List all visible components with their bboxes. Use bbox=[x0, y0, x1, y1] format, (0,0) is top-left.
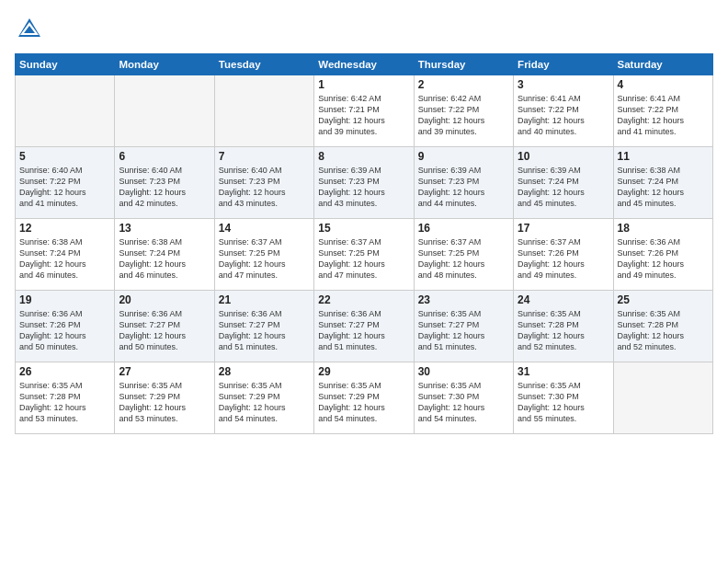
table-row: 6Sunrise: 6:40 AM Sunset: 7:23 PM Daylig… bbox=[115, 147, 214, 219]
day-number: 13 bbox=[119, 222, 210, 235]
table-row: 9Sunrise: 6:39 AM Sunset: 7:23 PM Daylig… bbox=[414, 147, 513, 219]
day-info: Sunrise: 6:41 AM Sunset: 7:22 PM Dayligh… bbox=[518, 93, 609, 138]
table-row: 10Sunrise: 6:39 AM Sunset: 7:24 PM Dayli… bbox=[514, 147, 613, 219]
logo-icon bbox=[15, 15, 44, 44]
calendar-week-row: 5Sunrise: 6:40 AM Sunset: 7:22 PM Daylig… bbox=[16, 147, 713, 219]
table-row: 7Sunrise: 6:40 AM Sunset: 7:23 PM Daylig… bbox=[214, 147, 313, 219]
day-info: Sunrise: 6:41 AM Sunset: 7:22 PM Dayligh… bbox=[618, 93, 709, 138]
table-row: 2Sunrise: 6:42 AM Sunset: 7:22 PM Daylig… bbox=[414, 75, 513, 147]
day-info: Sunrise: 6:36 AM Sunset: 7:27 PM Dayligh… bbox=[119, 308, 210, 353]
table-row: 17Sunrise: 6:37 AM Sunset: 7:26 PM Dayli… bbox=[514, 219, 613, 291]
day-number: 19 bbox=[19, 293, 110, 306]
table-row: 23Sunrise: 6:35 AM Sunset: 7:27 PM Dayli… bbox=[414, 291, 513, 362]
header bbox=[15, 15, 713, 44]
table-row bbox=[613, 362, 712, 434]
table-row: 12Sunrise: 6:38 AM Sunset: 7:24 PM Dayli… bbox=[16, 219, 115, 291]
day-info: Sunrise: 6:35 AM Sunset: 7:30 PM Dayligh… bbox=[418, 380, 509, 425]
table-row: 21Sunrise: 6:36 AM Sunset: 7:27 PM Dayli… bbox=[214, 291, 313, 362]
day-info: Sunrise: 6:35 AM Sunset: 7:29 PM Dayligh… bbox=[318, 380, 409, 425]
day-number: 30 bbox=[418, 365, 509, 378]
day-number: 17 bbox=[518, 222, 609, 235]
day-info: Sunrise: 6:35 AM Sunset: 7:28 PM Dayligh… bbox=[518, 308, 609, 353]
day-info: Sunrise: 6:36 AM Sunset: 7:26 PM Dayligh… bbox=[19, 308, 110, 353]
day-number: 21 bbox=[219, 293, 310, 306]
day-number: 2 bbox=[418, 78, 509, 91]
calendar-week-row: 12Sunrise: 6:38 AM Sunset: 7:24 PM Dayli… bbox=[16, 219, 713, 291]
day-number: 16 bbox=[418, 222, 509, 235]
day-info: Sunrise: 6:36 AM Sunset: 7:27 PM Dayligh… bbox=[318, 308, 409, 353]
calendar-table: Sunday Monday Tuesday Wednesday Thursday… bbox=[15, 53, 713, 434]
day-info: Sunrise: 6:36 AM Sunset: 7:27 PM Dayligh… bbox=[219, 308, 310, 353]
day-number: 9 bbox=[418, 150, 509, 163]
day-info: Sunrise: 6:36 AM Sunset: 7:26 PM Dayligh… bbox=[618, 236, 709, 282]
day-number: 24 bbox=[518, 293, 609, 306]
table-row: 3Sunrise: 6:41 AM Sunset: 7:22 PM Daylig… bbox=[514, 75, 613, 147]
day-number: 25 bbox=[618, 293, 709, 306]
day-info: Sunrise: 6:35 AM Sunset: 7:28 PM Dayligh… bbox=[618, 308, 709, 353]
table-row: 1Sunrise: 6:42 AM Sunset: 7:21 PM Daylig… bbox=[314, 75, 414, 147]
col-wednesday: Wednesday bbox=[314, 54, 414, 75]
table-row: 22Sunrise: 6:36 AM Sunset: 7:27 PM Dayli… bbox=[314, 291, 414, 362]
day-info: Sunrise: 6:42 AM Sunset: 7:21 PM Dayligh… bbox=[318, 93, 409, 138]
table-row: 13Sunrise: 6:38 AM Sunset: 7:24 PM Dayli… bbox=[115, 219, 214, 291]
table-row: 26Sunrise: 6:35 AM Sunset: 7:28 PM Dayli… bbox=[16, 362, 115, 434]
day-info: Sunrise: 6:35 AM Sunset: 7:27 PM Dayligh… bbox=[418, 308, 509, 353]
day-number: 11 bbox=[618, 150, 709, 163]
day-number: 5 bbox=[19, 150, 110, 163]
day-number: 1 bbox=[318, 78, 409, 91]
day-number: 31 bbox=[518, 365, 609, 378]
day-info: Sunrise: 6:39 AM Sunset: 7:24 PM Dayligh… bbox=[518, 165, 609, 210]
table-row bbox=[16, 75, 115, 147]
table-row: 28Sunrise: 6:35 AM Sunset: 7:29 PM Dayli… bbox=[214, 362, 313, 434]
page: Sunday Monday Tuesday Wednesday Thursday… bbox=[0, 0, 728, 563]
day-number: 23 bbox=[418, 293, 509, 306]
day-info: Sunrise: 6:35 AM Sunset: 7:29 PM Dayligh… bbox=[219, 380, 310, 425]
day-number: 18 bbox=[618, 222, 709, 235]
table-row: 18Sunrise: 6:36 AM Sunset: 7:26 PM Dayli… bbox=[613, 219, 712, 291]
table-row: 16Sunrise: 6:37 AM Sunset: 7:25 PM Dayli… bbox=[414, 219, 513, 291]
calendar-week-row: 19Sunrise: 6:36 AM Sunset: 7:26 PM Dayli… bbox=[16, 291, 713, 362]
day-info: Sunrise: 6:40 AM Sunset: 7:22 PM Dayligh… bbox=[19, 165, 110, 210]
calendar-week-row: 26Sunrise: 6:35 AM Sunset: 7:28 PM Dayli… bbox=[16, 362, 713, 434]
day-info: Sunrise: 6:35 AM Sunset: 7:30 PM Dayligh… bbox=[518, 380, 609, 425]
day-info: Sunrise: 6:39 AM Sunset: 7:23 PM Dayligh… bbox=[418, 165, 509, 210]
day-number: 28 bbox=[219, 365, 310, 378]
day-number: 6 bbox=[119, 150, 210, 163]
col-sunday: Sunday bbox=[16, 54, 115, 75]
col-friday: Friday bbox=[514, 54, 613, 75]
day-number: 7 bbox=[219, 150, 310, 163]
table-row: 11Sunrise: 6:38 AM Sunset: 7:24 PM Dayli… bbox=[613, 147, 712, 219]
col-thursday: Thursday bbox=[414, 54, 513, 75]
day-info: Sunrise: 6:39 AM Sunset: 7:23 PM Dayligh… bbox=[318, 165, 409, 210]
table-row: 5Sunrise: 6:40 AM Sunset: 7:22 PM Daylig… bbox=[16, 147, 115, 219]
day-number: 22 bbox=[318, 293, 409, 306]
day-info: Sunrise: 6:42 AM Sunset: 7:22 PM Dayligh… bbox=[418, 93, 509, 138]
day-number: 14 bbox=[219, 222, 310, 235]
table-row: 25Sunrise: 6:35 AM Sunset: 7:28 PM Dayli… bbox=[613, 291, 712, 362]
col-tuesday: Tuesday bbox=[214, 54, 313, 75]
day-number: 29 bbox=[318, 365, 409, 378]
table-row: 19Sunrise: 6:36 AM Sunset: 7:26 PM Dayli… bbox=[16, 291, 115, 362]
col-saturday: Saturday bbox=[613, 54, 712, 75]
table-row: 20Sunrise: 6:36 AM Sunset: 7:27 PM Dayli… bbox=[115, 291, 214, 362]
day-number: 10 bbox=[518, 150, 609, 163]
table-row: 29Sunrise: 6:35 AM Sunset: 7:29 PM Dayli… bbox=[314, 362, 414, 434]
day-info: Sunrise: 6:35 AM Sunset: 7:29 PM Dayligh… bbox=[119, 380, 210, 425]
table-row: 24Sunrise: 6:35 AM Sunset: 7:28 PM Dayli… bbox=[514, 291, 613, 362]
col-monday: Monday bbox=[115, 54, 214, 75]
table-row: 30Sunrise: 6:35 AM Sunset: 7:30 PM Dayli… bbox=[414, 362, 513, 434]
table-row bbox=[115, 75, 214, 147]
logo bbox=[15, 15, 50, 44]
day-info: Sunrise: 6:35 AM Sunset: 7:28 PM Dayligh… bbox=[19, 380, 110, 425]
day-number: 4 bbox=[618, 78, 709, 91]
table-row: 15Sunrise: 6:37 AM Sunset: 7:25 PM Dayli… bbox=[314, 219, 414, 291]
day-number: 8 bbox=[318, 150, 409, 163]
calendar-week-row: 1Sunrise: 6:42 AM Sunset: 7:21 PM Daylig… bbox=[16, 75, 713, 147]
day-info: Sunrise: 6:37 AM Sunset: 7:25 PM Dayligh… bbox=[318, 236, 409, 282]
day-info: Sunrise: 6:37 AM Sunset: 7:25 PM Dayligh… bbox=[219, 236, 310, 282]
day-info: Sunrise: 6:37 AM Sunset: 7:25 PM Dayligh… bbox=[418, 236, 509, 282]
table-row: 14Sunrise: 6:37 AM Sunset: 7:25 PM Dayli… bbox=[214, 219, 313, 291]
table-row bbox=[214, 75, 313, 147]
day-number: 3 bbox=[518, 78, 609, 91]
calendar-header-row: Sunday Monday Tuesday Wednesday Thursday… bbox=[16, 54, 713, 75]
